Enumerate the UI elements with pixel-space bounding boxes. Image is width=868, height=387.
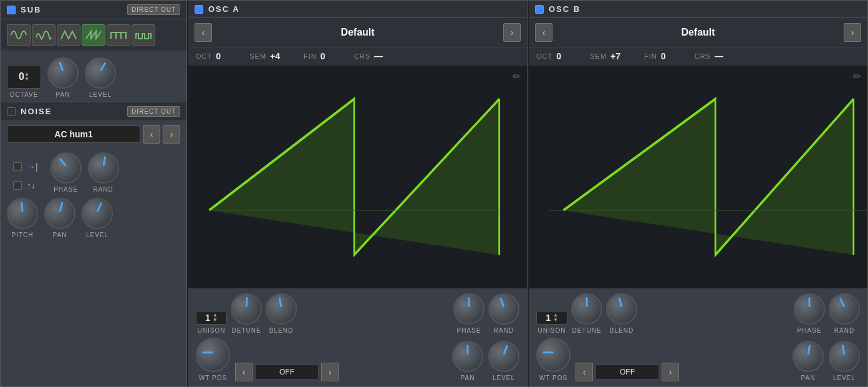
noise-enable-checkbox[interactable] [7,107,16,116]
noise-direct-out-button[interactable]: DIRECT OUT [127,106,180,117]
osc-b-phase-label: PHASE [798,327,822,334]
osc-b-waveform-display[interactable]: ✏ [529,66,867,288]
osc-b-preset-prev[interactable]: ‹ [535,23,552,42]
sub-led[interactable] [7,6,16,14]
osc-a-level-knob[interactable] [488,341,519,372]
osc-a-unison-stepper[interactable]: 1 ▲ ▼ [196,311,227,325]
noise-icon1: →| [27,162,38,172]
osc-b-preset-next[interactable]: › [844,23,861,42]
osc-a-preset-prev[interactable]: ‹ [195,23,212,42]
noise-phase-knob[interactable] [51,152,82,184]
osc-b-fin-value[interactable]: 0 [661,51,680,61]
osc-b-edit-icon[interactable]: ✏ [853,71,861,82]
sub-octave-display[interactable]: 0 ▲ ▼ [7,65,41,89]
osc-a-wt-arrows: ‹ OFF › [235,363,339,381]
wave-triangle-button[interactable] [57,24,80,46]
osc-a-blend-knob[interactable] [266,293,297,325]
wave-square2-button[interactable] [132,24,155,46]
osc-a-led[interactable] [195,5,203,14]
osc-a-off-display: OFF [255,365,319,380]
osc-b-unison-down[interactable]: ▼ [553,318,558,323]
osc-a-wtpos-group: WT POS [196,338,230,381]
osc-b-detune-group: DETUNE [571,293,602,334]
osc-a-phase-knob[interactable] [453,293,485,325]
osc-b-stepper-arrows: ▲ ▼ [553,313,558,323]
osc-b-tune-row: OCT 0 SEM +7 FIN 0 CRS — [529,47,867,66]
noise-preset-display: AC hum1 [7,125,140,143]
osc-b-level-group: LEVEL [829,341,860,381]
osc-a-preset-bar: ‹ Default › [188,18,527,47]
osc-b-unison-stepper[interactable]: 1 ▲ ▼ [536,311,567,325]
osc-b-phase-knob[interactable] [794,293,825,325]
osc-a-wt-next[interactable]: › [321,363,339,381]
osc-a-detune-knob[interactable] [231,293,262,325]
osc-a-crs-value[interactable]: — [374,51,393,61]
osc-b-wt-prev[interactable]: ‹ [576,363,593,381]
osc-a-rand-knob[interactable] [488,293,519,325]
wave-sawtooth-button[interactable] [82,24,105,46]
noise-prev-button[interactable]: ‹ [143,125,160,144]
osc-b-level-knob[interactable] [829,341,860,372]
osc-a-blend-group: BLEND [266,293,297,334]
sub-direct-out-button[interactable]: DIRECT OUT [127,4,180,15]
osc-b-led[interactable] [535,5,544,14]
sub-level-group: LEVEL [85,57,116,98]
osc-a-edit-icon[interactable]: ✏ [513,71,521,82]
osc-a-preset-name: Default [215,27,501,38]
osc-a-waveform-display[interactable]: ✏ [188,66,527,288]
noise-checkbox2[interactable] [13,181,22,190]
osc-a-pan-group: PAN [452,341,483,381]
noise-icon2: ↑↓ [27,180,36,190]
wave-sine2-button[interactable] [32,24,55,46]
sub-pan-knob[interactable] [47,57,79,89]
osc-b-blend-label: BLEND [610,327,634,334]
osc-b-wtpos-label: WT POS [539,375,567,381]
osc-b-detune-knob[interactable] [571,293,602,325]
osc-b-rand-knob[interactable] [829,293,860,325]
osc-b-pan-knob[interactable] [793,341,824,372]
osc-b-blend-knob[interactable] [606,293,637,325]
osc-a-wtpos-knob[interactable] [196,338,230,372]
osc-b-wtpos-knob[interactable] [536,338,571,372]
osc-a-tune-row: OCT 0 SEM +4 FIN 0 CRS — [188,47,527,66]
osc-a-pan-knob[interactable] [452,341,483,372]
osc-b-oct-value[interactable]: 0 [556,51,575,61]
osc-b-off-display: OFF [596,365,659,380]
noise-rand-group: RAND [88,152,119,193]
osc-b-oct-label: OCT [536,52,552,60]
osc-b-detune-label: DETUNE [572,327,601,334]
noise-level-knob[interactable] [82,198,113,229]
osc-a-wtpos-label: WT POS [199,375,227,381]
osc-b-wt-next[interactable]: › [662,363,679,381]
osc-a-sem-value[interactable]: +4 [270,51,289,61]
wave-sine-button[interactable] [7,24,31,46]
octave-down-arrow[interactable]: ▼ [24,77,29,82]
osc-a-panel: OSC A ‹ Default › OCT 0 SEM +4 FIN 0 CRS… [187,0,528,387]
osc-b-crs-value[interactable]: — [715,51,733,61]
noise-checkbox1[interactable] [13,162,22,171]
osc-b-sem-value[interactable]: +7 [610,51,629,61]
noise-check-row1: →| [7,159,44,174]
osc-a-fin-value[interactable]: 0 [321,51,339,61]
osc-a-fin-label: FIN [304,52,317,60]
osc-a-unison-down[interactable]: ▼ [213,318,218,323]
osc-a-controls-row1: 1 ▲ ▼ UNISON DETUNE BLEND PHASE RAND [188,288,527,336]
noise-pitch-knob[interactable] [7,198,38,229]
noise-phase-label: PHASE [54,186,78,193]
noise-rand-label: RAND [93,186,113,193]
osc-a-title: OSC A [208,4,240,14]
osc-a-phase-label: PHASE [457,327,481,334]
noise-next-button[interactable]: › [163,125,180,144]
noise-rand-knob[interactable] [88,152,119,184]
sub-title: SUB [21,5,41,14]
noise-pan-knob[interactable] [44,198,75,229]
wave-square-button[interactable] [107,24,130,46]
osc-a-rand-label: RAND [494,327,514,334]
osc-a-preset-next[interactable]: › [503,23,521,42]
noise-level-label: LEVEL [86,232,109,238]
osc-a-unison-label: UNISON [198,327,226,334]
osc-b-crs-label: CRS [695,52,711,60]
osc-a-wt-prev[interactable]: ‹ [235,363,253,381]
sub-level-knob[interactable] [85,57,116,89]
osc-a-oct-value[interactable]: 0 [216,51,234,61]
